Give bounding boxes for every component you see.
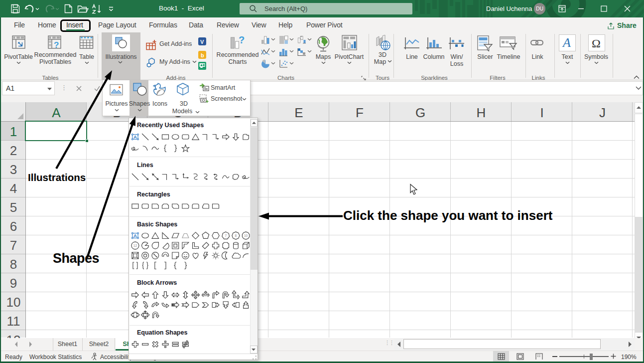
svg-text:A: A	[562, 35, 571, 50]
svg-text:?: ?	[239, 35, 245, 45]
svg-text:?: ?	[54, 40, 59, 49]
svg-text:b: b	[201, 52, 204, 58]
svg-text:V: V	[200, 39, 204, 45]
svg-text:Ω: Ω	[592, 37, 601, 50]
